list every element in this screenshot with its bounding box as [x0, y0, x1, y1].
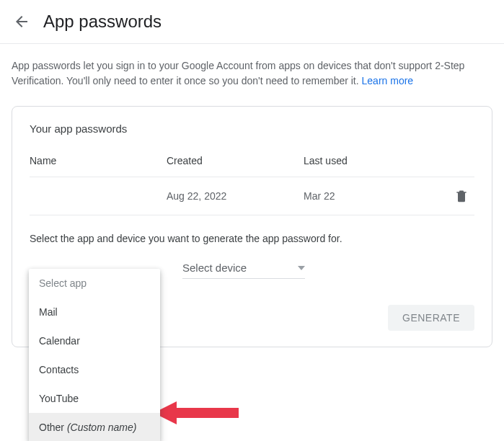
page-title: App passwords [43, 12, 162, 32]
chevron-down-icon [298, 266, 305, 270]
cell-lastused: Mar 22 [304, 190, 448, 202]
dropdown-item-youtube[interactable]: YouTube [29, 384, 160, 413]
dropdown-item-other-suffix: (Custom name) [67, 422, 136, 433]
table-row: Aug 22, 2022 Mar 22 [30, 177, 474, 215]
card-title: Your app passwords [30, 122, 474, 135]
annotation-arrow-icon [154, 398, 240, 427]
back-arrow-icon[interactable] [13, 13, 30, 30]
col-header-name: Name [30, 155, 167, 166]
dropdown-item-other-label: Other [39, 422, 67, 433]
select-app-dropdown: Select app Mail Calendar Contacts YouTub… [29, 269, 160, 441]
table-header-row: Name Created Last used [30, 155, 474, 177]
generate-button[interactable]: GENERATE [388, 305, 474, 331]
learn-more-link[interactable]: Learn more [362, 75, 414, 86]
col-header-lastused: Last used [304, 155, 448, 166]
dropdown-item-mail[interactable]: Mail [29, 298, 160, 326]
svg-marker-0 [154, 401, 239, 424]
dropdown-item-other[interactable]: Other (Custom name) [29, 413, 160, 441]
intro-text: App passwords let you sign in to your Go… [12, 58, 492, 89]
select-device-label: Select device [182, 262, 247, 274]
cell-action [448, 189, 474, 203]
dropdown-item-contacts[interactable]: Contacts [29, 355, 160, 384]
col-header-created: Created [167, 155, 304, 166]
select-device-dropdown[interactable]: Select device [182, 259, 305, 279]
select-instructions: Select the app and device you want to ge… [30, 233, 474, 244]
trash-icon[interactable] [454, 189, 469, 203]
cell-created: Aug 22, 2022 [167, 190, 304, 202]
dropdown-item-calendar[interactable]: Calendar [29, 326, 160, 355]
dropdown-placeholder: Select app [29, 269, 160, 298]
page-header: App passwords [0, 0, 504, 44]
